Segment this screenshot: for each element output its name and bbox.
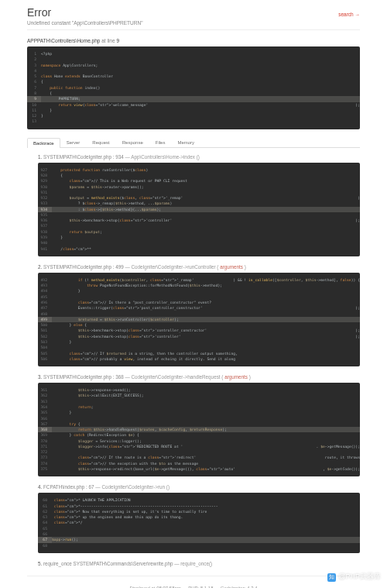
zhihu-icon: 知 xyxy=(327,573,336,582)
code-line: 936 $this->benchmark->stop(class="str">'… xyxy=(38,218,360,223)
code-line: 499 $returned = $this->runController($co… xyxy=(38,317,360,322)
code-line: 8 { xyxy=(27,91,360,96)
arguments-link[interactable]: arguments xyxy=(224,374,248,380)
code-line: 7 public function index() xyxy=(27,85,360,91)
code-line: 375 $this->response->redirect(base_url($… xyxy=(38,466,360,472)
code-line: 365 } xyxy=(38,410,360,415)
code-line: 503 } xyxy=(38,339,360,345)
tab-request[interactable]: Request xyxy=(86,137,115,147)
code-line: 363 xyxy=(38,399,360,404)
tab-memory[interactable]: Memory xyxy=(171,137,200,147)
code-line: 934 : $class->{$this->method}(...$params… xyxy=(38,207,360,212)
code-line: 370 $logger = Services::logger(); xyxy=(38,438,360,444)
error-title: Error xyxy=(27,6,338,19)
backtrace-code: 492 if (! method_exists($controller, cla… xyxy=(38,273,360,366)
code-line: 68 xyxy=(38,543,360,548)
code-line: 930 $params = $this->router->params(); xyxy=(38,184,360,190)
code-line: 372 xyxy=(38,449,360,455)
code-line: 927 protected function runController($cl… xyxy=(38,167,360,173)
code-line: 1<?php xyxy=(27,51,360,57)
error-message: Undefined constant "App\Controllers\PHPR… xyxy=(27,20,338,26)
code-line: 9 PHPRETURN; xyxy=(27,96,360,101)
error-header: Error Undefined constant "App\Controller… xyxy=(27,4,360,30)
code-line: 929 class="cm">// This is a Web request … xyxy=(38,178,360,184)
code-line: 492 if (! method_exists($controller, cla… xyxy=(38,277,360,283)
source-location: APPPATH\Controllers\Home.php at line 9 xyxy=(27,38,360,43)
code-line: 6{ xyxy=(27,79,360,84)
code-line: 11 } xyxy=(27,108,360,113)
code-line: 502 $this->benchmark->stop(class="str">'… xyxy=(38,334,360,339)
code-line: 367 try { xyxy=(38,421,360,427)
code-line: 496 class="cm">// Is there a "post_contr… xyxy=(38,300,360,305)
code-line: 374 class="cm">// the exception with the… xyxy=(38,461,360,466)
search-link[interactable]: search → xyxy=(338,12,360,17)
code-line: 361 $this->response->send(); xyxy=(38,387,360,393)
code-line: 61 class="cm">*-------------------------… xyxy=(38,504,360,509)
code-line: 63 class="cm">* up the engines and make … xyxy=(38,514,360,520)
tab-server[interactable]: Server xyxy=(60,137,87,147)
backtrace-title: 1. SYSTEMPATH\CodeIgniter.php : 934 — Ap… xyxy=(38,154,360,160)
code-line: 939 } xyxy=(38,235,360,240)
code-line: 500 } else { xyxy=(38,322,360,328)
backtrace-title: 3. SYSTEMPATH\CodeIgniter.php : 368 — Co… xyxy=(38,374,360,380)
backtrace-title: 5. require_once SYSTEMPATH\Commands\Serv… xyxy=(38,561,360,566)
code-line: 369 } catch (RedirectException $e) { xyxy=(38,432,360,438)
code-line: 493 throw PageNotFoundException::forMeth… xyxy=(38,283,360,288)
backtrace-code: 361 $this->response->send();362 $this->c… xyxy=(38,383,360,476)
code-line: 373 class="cm">// If the route is a clas… xyxy=(38,455,360,460)
code-line: 501 $this->benchmark->stop(class="str">'… xyxy=(38,328,360,333)
code-line: 2 xyxy=(27,57,360,62)
code-line: 928 { xyxy=(38,173,360,178)
code-line: 931 xyxy=(38,190,360,195)
code-line: 66 xyxy=(38,531,360,537)
code-line: 371 $logger->info(class="str">'REDIRECTE… xyxy=(38,444,360,449)
code-line: 938 return $output; xyxy=(38,229,360,235)
code-line: 65 xyxy=(38,526,360,531)
code-line: 497 Events::trigger(class="str">'post_co… xyxy=(38,305,360,311)
backtrace-title: 2. SYSTEMPATH\CodeIgniter.php : 499 — Co… xyxy=(38,264,360,270)
code-line: 937 xyxy=(38,223,360,229)
code-line: 13 xyxy=(27,119,360,124)
arguments-link[interactable]: arguments xyxy=(220,264,243,270)
code-line: 505 class="cm">// If $returned is a stri… xyxy=(38,351,360,356)
code-line: 60 class="cm">* LAUNCH THE APPLICATION xyxy=(38,497,360,503)
code-line: 67$app->run(); xyxy=(38,537,360,542)
code-line: 932 $output = method_exists($class, clas… xyxy=(38,195,360,201)
tab-backtrace[interactable]: Backtrace xyxy=(27,138,60,148)
code-line: 364 return; xyxy=(38,404,360,410)
main-code-block: 1<?php23namespace App\Controllers;45clas… xyxy=(27,46,360,129)
tab-response[interactable]: Response xyxy=(116,137,149,147)
code-line: 935 xyxy=(38,212,360,218)
code-line: 5class Home extends BaseController xyxy=(27,74,360,79)
code-line: 933 ? $class->_remap($this->method, ...$… xyxy=(38,201,360,206)
backtrace-code: 927 protected function runController($cl… xyxy=(38,163,360,256)
footer: Displayed at 08:07:58am — PHP: 8.1.18 — … xyxy=(27,576,360,588)
code-line: 941 /class="cm">** xyxy=(38,246,360,252)
backtrace-title: 4. FCPATH\index.php : 67 — CodeIgniter\C… xyxy=(38,484,360,490)
code-line: 4 xyxy=(27,68,360,74)
code-line: 366 xyxy=(38,416,360,421)
code-line: 495 xyxy=(38,294,360,300)
code-line: 368 return $this->handleRequest($routes,… xyxy=(38,427,360,432)
code-line: 62 class="cm">* Now that everything is s… xyxy=(38,509,360,514)
code-line: 494 } xyxy=(38,288,360,294)
tab-bar: BacktraceServerRequestResponseFilesMemor… xyxy=(27,137,360,148)
code-line: 10 return view(class="str">'welcome_mess… xyxy=(27,102,360,108)
tab-files[interactable]: Files xyxy=(149,137,172,147)
code-line: 504 xyxy=(38,345,360,350)
code-line: 498 xyxy=(38,311,360,317)
code-line: 3namespace App\Controllers; xyxy=(27,63,360,68)
backtrace-code: 60 class="cm">* LAUNCH THE APPLICATION61… xyxy=(38,493,360,553)
code-line: 12} xyxy=(27,113,360,119)
code-line: 64 class="cm">*/ xyxy=(38,520,360,525)
watermark: 知@PHP武器库 xyxy=(327,572,381,582)
code-line: 940 xyxy=(38,240,360,246)
code-line: 362 $this->callExit(EXIT_SUCCESS); xyxy=(38,393,360,398)
code-line: 506 class="cm">// probably a view, inste… xyxy=(38,356,360,362)
